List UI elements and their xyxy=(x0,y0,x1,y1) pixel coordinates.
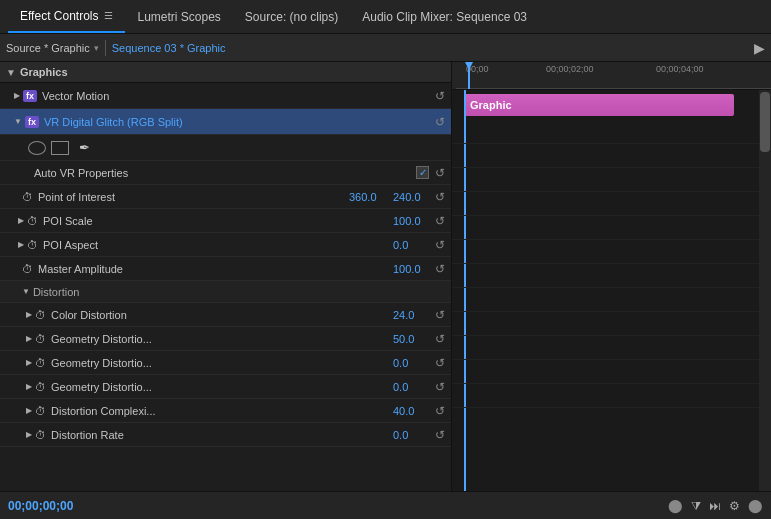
master-amp-stopwatch-icon[interactable]: ⏱ xyxy=(22,263,33,275)
timeline-arrow-icon[interactable]: ▶ xyxy=(754,40,765,56)
tab-source[interactable]: Source: (no clips) xyxy=(233,0,350,33)
master-amp-reset-icon[interactable]: ↺ xyxy=(435,262,445,276)
tab-lumetri-scopes[interactable]: Lumetri Scopes xyxy=(125,0,232,33)
geo-dist-1-value[interactable]: 50.0 xyxy=(393,333,429,345)
timeline-row-9 xyxy=(452,312,759,336)
poi-reset-icon[interactable]: ↺ xyxy=(435,190,445,204)
graphics-section-header: ▼ Graphics xyxy=(0,62,451,83)
graphic-clip[interactable]: Graphic xyxy=(464,94,734,116)
color-dist-value[interactable]: 24.0 xyxy=(393,309,429,321)
dist-complexity-reset-icon[interactable]: ↺ xyxy=(435,404,445,418)
poi-aspect-stopwatch-icon[interactable]: ⏱ xyxy=(27,239,38,251)
timeline-bottom-icons: ⬤ ⧩ ⏭ ⚙ ⬤ xyxy=(668,498,763,513)
timeline-row-8 xyxy=(452,288,759,312)
geo-dist-2-stopwatch-icon[interactable]: ⏱ xyxy=(35,357,46,369)
timeline-row-6 xyxy=(452,240,759,264)
geo-dist-2-row: ▶ ⏱ Geometry Distortio... 0.0 ↺ xyxy=(0,351,451,375)
color-dist-name: Color Distortion xyxy=(51,309,385,321)
sequence-label[interactable]: Sequence 03 * Graphic xyxy=(112,42,226,54)
tab-menu-icon[interactable]: ☰ xyxy=(104,10,113,21)
right-scrollbar[interactable] xyxy=(759,90,771,491)
vector-motion-reset-icon[interactable]: ↺ xyxy=(435,89,445,103)
tab-bar: Effect Controls ☰ Lumetri Scopes Source:… xyxy=(0,0,771,34)
poi-value1[interactable]: 360.0 xyxy=(349,191,385,203)
vector-motion-row[interactable]: ▶ fx Vector Motion ↺ xyxy=(0,83,451,109)
geo-dist-3-reset-icon[interactable]: ↺ xyxy=(435,380,445,394)
dist-complexity-chevron-icon: ▶ xyxy=(26,406,32,415)
graphics-section-label: Graphics xyxy=(20,66,68,78)
vr-glitch-chevron-icon: ▼ xyxy=(14,117,22,126)
main-area: ▼ Graphics ▶ fx Vector Motion ↺ ▼ fx VR … xyxy=(0,62,771,491)
settings-icon[interactable]: ⚙ xyxy=(729,499,740,513)
geo-dist-2-value[interactable]: 0.0 xyxy=(393,357,429,369)
tab-effect-controls[interactable]: Effect Controls ☰ xyxy=(8,0,125,33)
geo-dist-1-name: Geometry Distortio... xyxy=(51,333,385,345)
rectangle-tool-button[interactable] xyxy=(51,141,69,155)
timeline-marker-icon[interactable]: ⬤ xyxy=(668,498,683,513)
timeline-rows xyxy=(452,120,759,408)
source-divider xyxy=(105,40,106,56)
timeline-clip-area: Graphic xyxy=(452,90,771,491)
poi-value2[interactable]: 240.0 xyxy=(393,191,429,203)
auto-vr-label: Auto VR Properties xyxy=(34,167,408,179)
skip-forward-icon[interactable]: ⏭ xyxy=(709,499,721,513)
dist-rate-stopwatch-icon[interactable]: ⏱ xyxy=(35,429,46,441)
geo-dist-3-stopwatch-icon[interactable]: ⏱ xyxy=(35,381,46,393)
source-bar: Source * Graphic ▾ Sequence 03 * Graphic… xyxy=(0,34,771,62)
timeline-end-icon[interactable]: ⬤ xyxy=(748,498,763,513)
ruler-line xyxy=(456,88,771,89)
geo-dist-3-value[interactable]: 0.0 xyxy=(393,381,429,393)
master-amp-value[interactable]: 100.0 xyxy=(393,263,429,275)
poi-scale-value[interactable]: 100.0 xyxy=(393,215,429,227)
bottom-bar: 00;00;00;00 ⬤ ⧩ ⏭ ⚙ ⬤ xyxy=(0,491,771,519)
dist-complexity-stopwatch-icon[interactable]: ⏱ xyxy=(35,405,46,417)
dist-rate-name: Distortion Rate xyxy=(51,429,385,441)
poi-stopwatch-icon[interactable]: ⏱ xyxy=(22,191,33,203)
pen-tool-button[interactable]: ✒ xyxy=(74,141,94,155)
playhead-arrow-icon xyxy=(465,62,473,70)
poi-scale-stopwatch-icon[interactable]: ⏱ xyxy=(27,215,38,227)
poi-name: Point of Interest xyxy=(38,191,341,203)
source-chevron-icon: ▾ xyxy=(94,43,99,53)
geo-dist-2-reset-icon[interactable]: ↺ xyxy=(435,356,445,370)
vr-glitch-name: VR Digital Glitch (RGB Split) xyxy=(44,116,435,128)
dist-rate-value[interactable]: 0.0 xyxy=(393,429,429,441)
ruler-container: 00;00 00;00;02;00 00;00;04;00 xyxy=(456,62,771,89)
ellipse-tool-button[interactable] xyxy=(28,141,46,155)
left-panel: ▼ Graphics ▶ fx Vector Motion ↺ ▼ fx VR … xyxy=(0,62,452,491)
graphics-collapse-icon[interactable]: ▼ xyxy=(6,67,16,78)
tab-audio-label: Audio Clip Mixer: Sequence 03 xyxy=(362,10,527,24)
distortion-section[interactable]: ▼ Distortion xyxy=(0,281,451,303)
vr-glitch-fx-badge: fx xyxy=(25,116,39,128)
color-distortion-row: ▶ ⏱ Color Distortion 24.0 ↺ xyxy=(0,303,451,327)
source-label: Source * Graphic xyxy=(6,42,90,54)
vector-motion-fx-badge: fx xyxy=(23,90,37,102)
poi-scale-row: ▶ ⏱ POI Scale 100.0 ↺ xyxy=(0,209,451,233)
tab-audio-clip-mixer[interactable]: Audio Clip Mixer: Sequence 03 xyxy=(350,0,539,33)
dist-rate-reset-icon[interactable]: ↺ xyxy=(435,428,445,442)
geo-dist-1-stopwatch-icon[interactable]: ⏱ xyxy=(35,333,46,345)
poi-aspect-reset-icon[interactable]: ↺ xyxy=(435,238,445,252)
vr-digital-glitch-row[interactable]: ▼ fx VR Digital Glitch (RGB Split) ↺ xyxy=(0,109,451,135)
shape-tools-row: ✒ xyxy=(0,135,451,161)
poi-scale-chevron-icon: ▶ xyxy=(18,216,24,225)
poi-aspect-value[interactable]: 0.0 xyxy=(393,239,429,251)
color-dist-stopwatch-icon[interactable]: ⏱ xyxy=(35,309,46,321)
auto-vr-checkbox[interactable] xyxy=(416,166,429,179)
geo-dist-1-chevron-icon: ▶ xyxy=(26,334,32,343)
poi-aspect-chevron-icon: ▶ xyxy=(18,240,24,249)
vr-glitch-reset-icon[interactable]: ↺ xyxy=(435,115,445,129)
master-amp-name: Master Amplitude xyxy=(38,263,385,275)
geo-dist-2-chevron-icon: ▶ xyxy=(26,358,32,367)
timeline-row-7 xyxy=(452,264,759,288)
geo-dist-1-reset-icon[interactable]: ↺ xyxy=(435,332,445,346)
auto-vr-reset-icon[interactable]: ↺ xyxy=(435,166,445,180)
poi-scale-reset-icon[interactable]: ↺ xyxy=(435,214,445,228)
funnel-icon[interactable]: ⧩ xyxy=(691,499,701,513)
dist-complexity-name: Distortion Complexi... xyxy=(51,405,385,417)
scrollbar-thumb[interactable] xyxy=(760,92,770,152)
dist-complexity-row: ▶ ⏱ Distortion Complexi... 40.0 ↺ xyxy=(0,399,451,423)
dist-complexity-value[interactable]: 40.0 xyxy=(393,405,429,417)
source-select[interactable]: Source * Graphic ▾ xyxy=(6,42,99,54)
color-dist-reset-icon[interactable]: ↺ xyxy=(435,308,445,322)
